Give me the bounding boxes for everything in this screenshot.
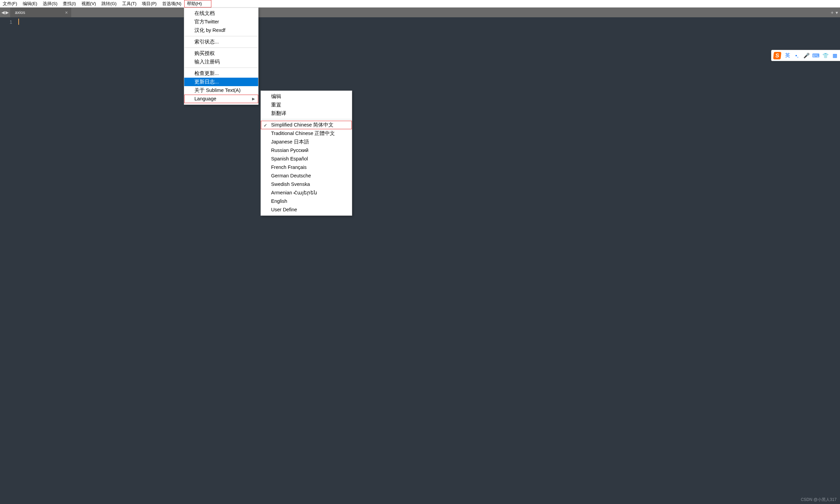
lang-armenian[interactable]: Armenian Հայերեն xyxy=(261,188,352,197)
gutter: 1 xyxy=(0,17,16,504)
ime-mic-icon[interactable]: 🎤 xyxy=(803,53,809,59)
tabbar: ◀ ▶ axios × + ▾ xyxy=(0,7,840,17)
lang-item-label: Simplified Chinese 简体中文 xyxy=(271,122,334,127)
ime-punct-icon[interactable]: •, xyxy=(794,53,800,58)
lang-german[interactable]: German Deutsche xyxy=(261,172,352,180)
new-tab-icon[interactable]: + xyxy=(831,10,834,15)
lang-french[interactable]: French Français xyxy=(261,163,352,172)
lang-traditional-chinese[interactable]: Traditional Chinese 正體中文 xyxy=(261,129,352,138)
editor: 1 xyxy=(0,17,840,504)
code-area[interactable] xyxy=(16,17,840,504)
menu-edit[interactable]: 编辑(E) xyxy=(20,0,40,7)
help-about[interactable]: 关于 Sublime Text(A) xyxy=(184,86,258,95)
help-twitter[interactable]: 官方Twitter xyxy=(184,18,258,26)
help-online-docs[interactable]: 在线文档 xyxy=(184,9,258,18)
lang-new-trans[interactable]: 新翻译 xyxy=(261,109,352,118)
menu-preferences[interactable]: 首选项(N) xyxy=(159,0,184,7)
help-dropdown: 在线文档 官方Twitter 汉化 by Rexdf 索引状态... 购买授权 … xyxy=(184,7,258,105)
ime-skin-icon[interactable]: 👕 xyxy=(822,53,828,59)
caret xyxy=(18,19,19,25)
tab-nav: ◀ ▶ xyxy=(0,7,10,17)
menu-tools[interactable]: 工具(T) xyxy=(120,0,140,7)
tab-nav-forward-icon[interactable]: ▶ xyxy=(5,10,9,15)
check-icon: ✓ xyxy=(264,122,267,129)
tab-title: axios xyxy=(15,10,25,15)
help-index-status[interactable]: 索引状态... xyxy=(184,38,258,46)
watermark: CSDN @小黑人317 xyxy=(801,497,837,503)
menu-find[interactable]: 查找(I) xyxy=(60,0,78,7)
lang-swedish[interactable]: Swedish Svenska xyxy=(261,180,352,188)
submenu-arrow-icon: ▶ xyxy=(252,95,255,103)
lang-user-define[interactable]: User Define xyxy=(261,205,352,214)
menu-goto[interactable]: 跳转(G) xyxy=(99,0,120,7)
help-language-label: Language xyxy=(194,96,216,102)
ime-lang-toggle[interactable]: 英 xyxy=(784,52,790,59)
help-localization[interactable]: 汉化 by Rexdf xyxy=(184,26,258,35)
lang-russian[interactable]: Russian Русский xyxy=(261,146,352,155)
help-language[interactable]: Language ▶ xyxy=(184,95,258,103)
menu-selection[interactable]: 选择(S) xyxy=(40,0,60,7)
ime-grid-icon[interactable]: ▦ xyxy=(832,53,838,59)
help-enter-license[interactable]: 输入注册码 xyxy=(184,58,258,66)
help-purchase[interactable]: 购买授权 xyxy=(184,49,258,58)
ime-keyboard-icon[interactable]: ⌨ xyxy=(813,53,819,59)
menu-separator xyxy=(184,48,258,48)
menu-file[interactable]: 文件(F) xyxy=(0,0,20,7)
lang-spanish[interactable]: Spanish Español xyxy=(261,155,352,163)
lang-simplified-chinese[interactable]: ✓ Simplified Chinese 简体中文 xyxy=(261,121,352,129)
menu-view[interactable]: 视图(V) xyxy=(79,0,99,7)
lang-edit[interactable]: 编辑 xyxy=(261,92,352,101)
lang-reset[interactable]: 重置 xyxy=(261,101,352,109)
tab-active[interactable]: axios × xyxy=(10,7,71,17)
tab-overflow-icon[interactable]: ▾ xyxy=(836,10,838,15)
language-dropdown: 编辑 重置 新翻译 ✓ Simplified Chinese 简体中文 Trad… xyxy=(261,91,352,216)
tab-close-icon[interactable]: × xyxy=(65,10,68,15)
menu-separator xyxy=(184,36,258,36)
line-number: 1 xyxy=(0,19,12,25)
menubar: 文件(F) 编辑(E) 选择(S) 查找(I) 视图(V) 跳转(G) 工具(T… xyxy=(0,0,840,7)
menu-project[interactable]: 项目(P) xyxy=(139,0,159,7)
menu-separator xyxy=(184,68,258,68)
help-check-updates[interactable]: 检查更新... xyxy=(184,69,258,78)
menu-help[interactable]: 帮助(H) xyxy=(184,0,211,7)
lang-english[interactable]: English xyxy=(261,197,352,205)
menu-separator xyxy=(261,119,352,120)
ime-toolbar[interactable]: S 英 •, 🎤 ⌨ 👕 ▦ xyxy=(771,50,840,61)
lang-japanese[interactable]: Japanese 日本語 xyxy=(261,138,352,146)
help-changelog[interactable]: 更新日志... xyxy=(184,78,258,86)
sogou-logo-icon[interactable]: S xyxy=(773,52,781,59)
tab-nav-back-icon[interactable]: ◀ xyxy=(1,10,5,15)
